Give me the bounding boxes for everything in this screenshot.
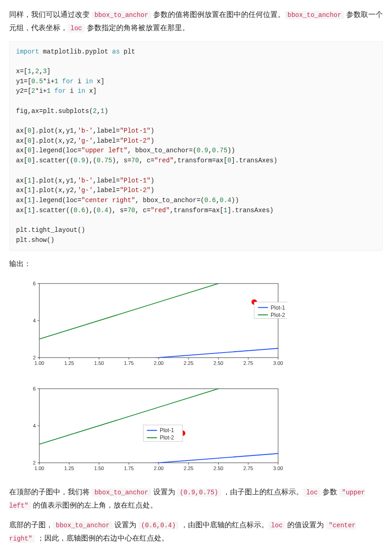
code-bbox-to-anchor: bbox_to_anchor [53,521,113,530]
svg-text:2: 2 [33,355,36,360]
chart-figure: 2461.001.251.501.752.002.252.502.753.00P… [9,277,383,486]
svg-text:3.00: 3.00 [273,466,283,471]
svg-text:2.50: 2.50 [214,360,223,366]
svg-text:6: 6 [33,281,36,286]
svg-text:1.50: 1.50 [94,360,104,366]
svg-text:1.00: 1.00 [34,466,44,471]
code-bbox-to-anchor: bbox_to_anchor [285,11,344,19]
code-loc: loc [303,488,320,497]
intro-paragraph: 同样，我们可以通过改变 bbox_to_anchor 参数的值将图例放置在图中的… [9,8,383,35]
explanation-paragraph-1: 在顶部的子图中，我们将 bbox_to_anchor 设置为 (0.9,0.75… [9,486,383,512]
svg-text:6: 6 [33,386,36,391]
code-bbox-to-anchor: bbox_to_anchor [91,488,151,497]
svg-text:2.50: 2.50 [214,466,223,471]
code-tuple: (0.9,0.75) [177,488,221,497]
svg-text:2.00: 2.00 [154,466,163,471]
svg-text:1.25: 1.25 [64,360,74,366]
svg-text:4: 4 [33,423,36,428]
svg-text:Plot-1: Plot-1 [160,427,174,434]
svg-rect-0 [39,284,278,358]
svg-text:2.25: 2.25 [184,360,193,366]
output-label: 输出： [9,257,383,271]
svg-text:2.75: 2.75 [243,466,253,471]
code-loc: loc [68,24,85,32]
code-block[interactable]: import matplotlib.pyplot as plt x=[1,2,3… [9,41,383,252]
svg-text:1.50: 1.50 [94,466,104,471]
svg-text:1.25: 1.25 [64,466,74,471]
code-tuple: (0.6,0.4) [139,521,179,530]
svg-text:4: 4 [33,318,36,323]
svg-text:2: 2 [33,460,36,466]
code-loc: loc [268,521,285,530]
svg-text:Plot-2: Plot-2 [160,434,174,441]
svg-text:1.00: 1.00 [34,360,44,366]
svg-text:2.25: 2.25 [184,466,193,471]
svg-text:Plot-1: Plot-1 [271,305,285,311]
code-bbox-to-anchor: bbox_to_anchor [91,11,151,19]
svg-text:2.75: 2.75 [243,360,253,366]
svg-text:3.00: 3.00 [273,360,283,366]
svg-text:Plot-2: Plot-2 [271,312,285,318]
explanation-paragraph-2: 底部的子图，bbox_to_anchor 设置为 (0.6,0.4) ，由图中底… [9,519,383,545]
svg-text:1.75: 1.75 [124,466,134,471]
svg-text:2.00: 2.00 [154,360,163,366]
svg-text:1.75: 1.75 [124,360,134,366]
